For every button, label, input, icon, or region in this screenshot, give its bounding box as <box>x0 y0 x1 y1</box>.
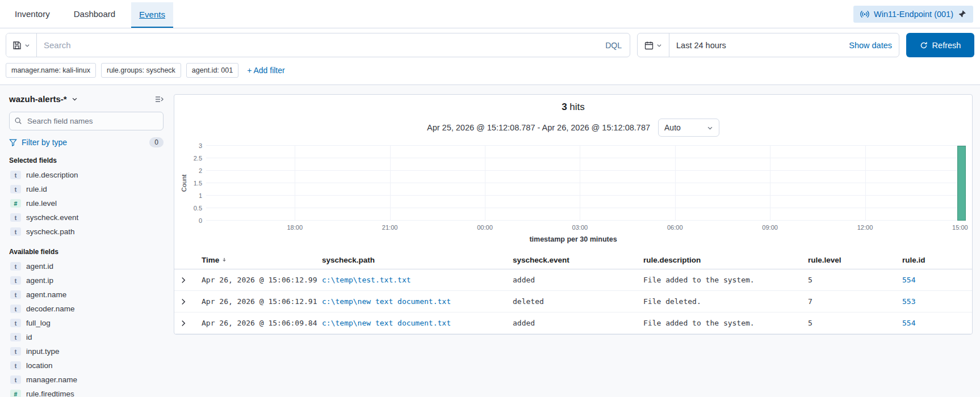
field-item[interactable]: tsyscheck.path <box>9 225 164 239</box>
interval-select[interactable]: Auto <box>658 119 719 137</box>
rule-description-cell: File added to the system. <box>639 312 803 334</box>
header-rule-level[interactable]: rule.level <box>803 251 898 269</box>
filter-funnel-icon <box>9 138 17 146</box>
chevron-down-icon <box>72 96 78 102</box>
selected-fields-list: trule.descriptiontrule.id#rule.leveltsys… <box>9 168 164 239</box>
search-input[interactable] <box>37 33 597 57</box>
field-item[interactable]: #rule.firedtimes <box>9 387 164 397</box>
field-name: rule.level <box>26 199 57 208</box>
rule-description-cell: File deleted. <box>639 291 803 312</box>
index-pattern-label: wazuh-alerts-* <box>9 94 67 104</box>
field-type-badge: t <box>10 305 21 313</box>
gridline-horizontal <box>206 145 966 146</box>
add-filter-link[interactable]: + Add filter <box>247 66 285 75</box>
filter-pill[interactable]: manager.name: kali-linux <box>6 63 96 78</box>
rule-id-cell: 554 <box>898 312 972 334</box>
field-item[interactable]: tagent.name <box>9 288 164 302</box>
x-tick-label: 15:00 <box>952 224 968 231</box>
index-pattern-selector[interactable]: wazuh-alerts-* <box>9 94 78 104</box>
field-item[interactable]: tmanager.name <box>9 373 164 387</box>
filter-by-type-button[interactable]: Filter by type 0 <box>9 137 164 147</box>
rule-id-link[interactable]: 554 <box>902 319 915 327</box>
gridline-horizontal <box>206 158 966 158</box>
header-rule-id[interactable]: rule.id <box>898 251 972 269</box>
syscheck-path-link[interactable]: c:\temp\new text document.txt <box>322 319 451 327</box>
field-item[interactable]: tagent.ip <box>9 273 164 288</box>
tab-events[interactable]: Events <box>131 2 173 28</box>
field-item[interactable]: trule.description <box>9 168 164 182</box>
header-syscheck-path[interactable]: syscheck.path <box>317 251 508 269</box>
rule-id-link[interactable]: 554 <box>902 276 915 284</box>
rule-id-cell: 553 <box>898 291 972 312</box>
available-fields-title: Available fields <box>9 248 164 256</box>
field-item[interactable]: tinput.type <box>9 344 164 358</box>
field-name: syscheck.event <box>26 213 78 222</box>
syscheck-path-link[interactable]: c:\temp\test.txt.txt <box>322 276 411 284</box>
rule-description-cell: File added to the system. <box>639 269 803 291</box>
time-cell: Apr 26, 2026 @ 15:06:09.849 <box>197 312 317 334</box>
refresh-icon <box>920 41 928 49</box>
rule-level-cell: 7 <box>803 291 898 312</box>
filter-pill[interactable]: agent.id: 001 <box>186 63 238 78</box>
field-type-badge: t <box>10 262 21 271</box>
histogram-bar[interactable] <box>957 146 966 221</box>
tab-dashboard[interactable]: Dashboard <box>66 0 123 28</box>
header-syscheck-event[interactable]: syscheck.event <box>508 251 639 269</box>
chevron-right-icon <box>180 320 187 327</box>
expand-row-button[interactable] <box>179 277 188 284</box>
syscheck-path-link[interactable]: c:\temp\new text document.txt <box>322 297 451 306</box>
header-rule-description[interactable]: rule.description <box>639 251 803 269</box>
x-tick-label: 00:00 <box>477 224 493 231</box>
pin-icon[interactable] <box>958 10 966 18</box>
search-icon <box>14 117 22 125</box>
expand-row-button[interactable] <box>179 320 188 327</box>
expand-row-button[interactable] <box>179 298 188 305</box>
calendar-button[interactable] <box>638 33 669 57</box>
field-name: id <box>26 333 32 341</box>
field-item[interactable]: tlocation <box>9 358 164 373</box>
gridline-horizontal <box>206 170 966 171</box>
field-item[interactable]: tdecoder.name <box>9 302 164 316</box>
show-dates-link[interactable]: Show dates <box>849 41 899 50</box>
gridline-horizontal <box>206 195 966 196</box>
main-area: 3 hits Apr 25, 2026 @ 15:12:08.787 - Apr… <box>174 94 973 397</box>
date-range-label: Apr 25, 2026 @ 15:12:08.787 - Apr 26, 20… <box>427 123 650 132</box>
y-axis-title: Count <box>179 146 189 221</box>
tab-inventory[interactable]: Inventory <box>7 0 58 28</box>
field-item[interactable]: tfull_log <box>9 316 164 330</box>
events-table: Time syscheck.path syscheck.event rule.d… <box>174 251 972 334</box>
y-tick-label: 2 <box>199 167 202 174</box>
field-type-badge: t <box>10 185 21 193</box>
sort-desc-icon[interactable] <box>221 256 227 264</box>
gridline-vertical <box>580 146 580 221</box>
field-search-input[interactable] <box>9 112 164 130</box>
x-tick-label: 06:00 <box>667 224 683 231</box>
chart-y-axis: 00.511.522.53 <box>189 146 206 221</box>
refresh-button[interactable]: Refresh <box>906 33 974 57</box>
field-item[interactable]: #rule.level <box>9 196 164 210</box>
field-type-badge: t <box>10 361 21 370</box>
agent-badge[interactable]: Win11-Endpoint (001) <box>853 6 973 23</box>
saved-query-button[interactable] <box>6 33 37 57</box>
field-item[interactable]: tsyscheck.event <box>9 210 164 225</box>
table-row: Apr 26, 2026 @ 15:06:09.849c:\temp\new t… <box>174 312 972 334</box>
field-item[interactable]: tagent.id <box>9 259 164 273</box>
header-time[interactable]: Time <box>197 251 317 269</box>
rule-id-link[interactable]: 553 <box>902 297 915 306</box>
expand-cell <box>174 269 197 291</box>
field-name: syscheck.path <box>26 227 75 236</box>
field-item[interactable]: tid <box>9 330 164 344</box>
filter-pill[interactable]: rule.groups: syscheck <box>101 63 181 78</box>
chevron-down-icon <box>707 125 713 131</box>
results-table-body: Apr 26, 2026 @ 15:06:12.995c:\temp\test.… <box>174 269 972 334</box>
gridline-vertical <box>295 146 295 221</box>
field-item[interactable]: trule.id <box>9 182 164 196</box>
time-range-label[interactable]: Last 24 hours <box>669 41 849 50</box>
calendar-icon <box>644 41 654 50</box>
collapse-sidebar-icon[interactable] <box>154 95 164 104</box>
syscheck-path-cell: c:\temp\new text document.txt <box>317 291 508 312</box>
expand-cell <box>174 312 197 334</box>
query-language-button[interactable]: DQL <box>597 33 630 57</box>
rule-id-cell: 554 <box>898 269 972 291</box>
save-query-icon <box>12 41 22 50</box>
